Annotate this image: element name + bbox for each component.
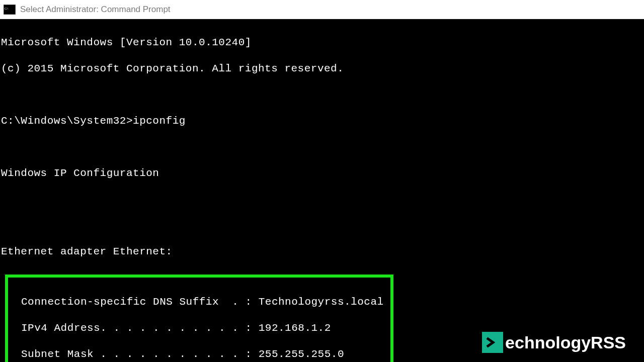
blank-line [0, 193, 644, 206]
logo-text: echnologyRSS [505, 336, 626, 349]
adapter1-ipv4: IPv4 Address. . . . . . . . . . . : 192.… [8, 322, 390, 335]
os-version-line: Microsoft Windows [Version 10.0.10240] [0, 36, 644, 49]
adapter1-dns-suffix: Connection-specific DNS Suffix . : Techn… [8, 296, 390, 309]
prompt-line: C:\Windows\System32>ipconfig [0, 115, 644, 128]
branding-logo: echnologyRSS [482, 332, 626, 353]
terminal-output[interactable]: Microsoft Windows [Version 10.0.10240] (… [0, 19, 644, 362]
copyright-line: (c) 2015 Microsoft Corporation. All righ… [0, 62, 644, 75]
svg-text:C:\: C:\ [5, 7, 9, 10]
highlight-box: Connection-specific DNS Suffix . : Techn… [5, 275, 393, 362]
blank-line [0, 141, 644, 154]
blank-line [0, 88, 644, 102]
window-titlebar[interactable]: C:\ Select Administrator: Command Prompt [0, 0, 644, 19]
cmd-icon: C:\ [3, 4, 16, 15]
adapter1-subnet: Subnet Mask . . . . . . . . . . . : 255.… [8, 348, 390, 361]
window-title: Select Administrator: Command Prompt [20, 5, 171, 15]
blank-line [0, 219, 644, 232]
adapter1-heading: Ethernet adapter Ethernet: [0, 245, 644, 258]
ipconfig-heading: Windows IP Configuration [0, 167, 644, 180]
logo-arrow-icon [482, 332, 503, 353]
